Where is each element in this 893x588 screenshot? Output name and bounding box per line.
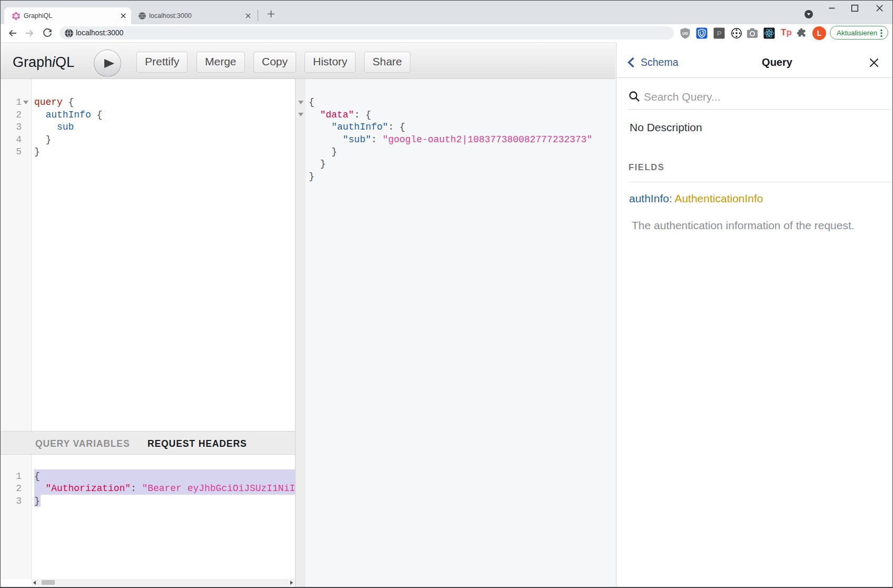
svg-text:P: P [717,30,722,37]
svg-text:L: L [817,29,822,37]
svg-text:UD: UD [682,31,688,36]
